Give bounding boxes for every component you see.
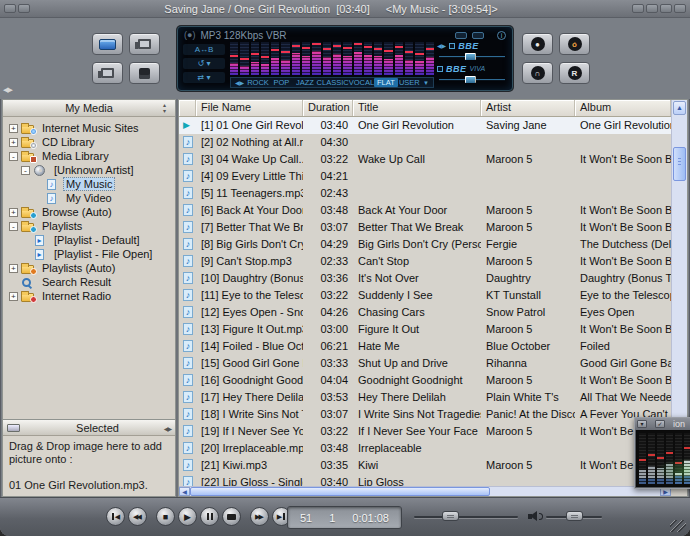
playlist-row[interactable]: ♪[15] Good Girl Gone B...03:33Shut Up an…: [179, 355, 671, 372]
column-header-album[interactable]: Album: [575, 100, 671, 116]
skin-window-button[interactable]: [92, 62, 123, 84]
column-header-duration[interactable]: Duration: [303, 100, 353, 116]
panel-collapse-handle[interactable]: ◀▶: [3, 86, 12, 94]
volume-slider-thumb[interactable]: [566, 511, 583, 521]
vertical-scroll-thumb[interactable]: [673, 147, 686, 181]
sound-effects-button[interactable]: ●: [522, 33, 553, 55]
horizontal-scrollbar[interactable]: ◀ ▶: [179, 486, 671, 496]
seek-slider-thumb[interactable]: [442, 511, 459, 521]
video-window-button[interactable]: [129, 33, 160, 55]
playlist-row[interactable]: ♪[19] If I Never See Yo...03:22If I Neve…: [179, 423, 671, 440]
titlebar[interactable]: Saving Jane / One Girl Revolution [03:40…: [0, 0, 690, 18]
sidebar-item[interactable]: -Media Library: [3, 149, 175, 163]
eq-preset-flat[interactable]: FLAT: [374, 78, 397, 87]
column-header-icon[interactable]: [179, 100, 196, 116]
mode-switch-button[interactable]: [660, 4, 672, 13]
sidebar-item[interactable]: -[Unknown Artist]: [3, 163, 175, 177]
panel-spinner-icon[interactable]: ▴▾: [163, 102, 172, 114]
playlist-row[interactable]: ♪[13] Figure It Out.mp303:00Figure It Ou…: [179, 321, 671, 338]
eq-preset-user[interactable]: USER: [398, 78, 421, 87]
output-mode-icon[interactable]: [472, 32, 484, 39]
speaker-mode-icon[interactable]: [455, 32, 467, 39]
expand-toggle-icon[interactable]: +: [9, 138, 18, 147]
playlist-view-button[interactable]: [92, 33, 123, 55]
record-button[interactable]: R: [559, 62, 590, 84]
playlist-row[interactable]: ♪[11] Eye to the Telesc...03:22Suddenly …: [179, 287, 671, 304]
playlist-row[interactable]: ♪[9] Can't Stop.mp302:33Can't StopMaroon…: [179, 253, 671, 270]
playlist-row[interactable]: ♪[20] Irreplaceable.mp303:48Irreplaceabl…: [179, 440, 671, 457]
eq-preset-vocal[interactable]: VOCAL: [349, 78, 374, 87]
playlist-row[interactable]: ♪[5] 11 Teenagers.mp302:43: [179, 185, 671, 202]
sidebar-item[interactable]: ♪My Video: [3, 191, 175, 205]
column-header-file-name[interactable]: File Name: [196, 100, 303, 116]
listen-button[interactable]: ∩: [522, 62, 553, 84]
fast-forward-button[interactable]: ▶▶: [250, 507, 269, 526]
bbe-slider[interactable]: [437, 52, 507, 61]
stop-button[interactable]: ■: [156, 507, 175, 526]
eq-preset-jazz[interactable]: JAZZ: [293, 78, 316, 87]
selected-panel-header[interactable]: Selected ◀▶: [3, 420, 175, 436]
sidebar-item[interactable]: +Internet Music Sites: [3, 121, 175, 135]
drag-drop-area[interactable]: Drag & Drop image here to add picture on…: [3, 436, 175, 496]
eq-preset-rock[interactable]: ROCK: [246, 78, 269, 87]
sidebar-item[interactable]: +Browse (Auto): [3, 205, 175, 219]
playlist-row[interactable]: ♪[14] Foiled - Blue Octo...06:21Hate MeB…: [179, 338, 671, 355]
expand-toggle-icon[interactable]: -: [21, 166, 30, 175]
playlist-row[interactable]: ▶[1] 01 One Girl Revolu...03:40One Girl …: [179, 117, 671, 134]
rewind-button[interactable]: ◀◀: [128, 507, 147, 526]
media-tree-header[interactable]: My Media ▴▾: [3, 100, 175, 117]
bbe-viva-slider[interactable]: [437, 75, 507, 84]
bbe-toggle-arrows-icon[interactable]: ◀▶: [437, 42, 446, 49]
playlist-row[interactable]: ♪[12] Eyes Open - Sno...04:26Chasing Car…: [179, 304, 671, 321]
sidebar-item[interactable]: +Internet Radio: [3, 289, 175, 303]
playlist-row[interactable]: ♪[6] Back At Your Door...03:48Back At Yo…: [179, 202, 671, 219]
expand-toggle-icon[interactable]: -: [9, 222, 18, 231]
playlist-row[interactable]: ♪[3] 04 Wake Up Call...03:22Wake Up Call…: [179, 151, 671, 168]
volume-slider[interactable]: [546, 507, 602, 526]
horizontal-scroll-thumb[interactable]: [190, 487, 490, 496]
column-header-artist[interactable]: Artist: [481, 100, 575, 116]
repeat-mode-button[interactable]: ↺ ▾: [183, 58, 225, 69]
preset-dropdown-icon[interactable]: ▼: [421, 80, 431, 86]
sidebar-item[interactable]: ▸[Playlist - Default]: [3, 233, 175, 247]
previous-button[interactable]: ◀: [106, 507, 125, 526]
device-button[interactable]: [129, 62, 160, 84]
restore-button[interactable]: [646, 4, 658, 13]
playlist-row[interactable]: ♪[16] Goodnight Goodn...04:04Goodnight G…: [179, 372, 671, 389]
sidebar-item[interactable]: ♪My Music: [3, 177, 175, 191]
playlist-row[interactable]: ♪[21] Kiwi.mp303:35KiwiMaroon 5It Won't …: [179, 457, 671, 474]
sidebar-item[interactable]: -Playlists: [3, 219, 175, 233]
mini-spectrum-window[interactable]: ▾ ✓ ion [03:40] <My Music - [3:09:54]> x: [634, 417, 690, 489]
app-options-icon[interactable]: [18, 4, 30, 13]
mini-window-titlebar[interactable]: ▾ ✓ ion [03:40] <My Music - [3:09:54]> x: [635, 418, 690, 430]
playlist-row[interactable]: ♪[10] Daughtry (Bonus ...03:36It's Not O…: [179, 270, 671, 287]
resize-grip[interactable]: [670, 520, 686, 532]
volume-icon[interactable]: [528, 511, 542, 522]
playlist-row[interactable]: ♪[22] Lip Gloss - Single ...03:40Lip Glo…: [179, 474, 671, 486]
seek-slider[interactable]: [414, 507, 518, 526]
app-menu-icon[interactable]: [4, 4, 16, 13]
info-icon[interactable]: i: [497, 31, 506, 40]
expand-toggle-icon[interactable]: +: [9, 208, 18, 217]
playlist-row[interactable]: ♪[18] I Write Sins Not T...03:07I Write …: [179, 406, 671, 423]
expand-toggle-icon[interactable]: +: [9, 264, 18, 273]
mini-menu-icon[interactable]: ▾: [637, 420, 647, 428]
minimize-button[interactable]: [632, 4, 644, 13]
preset-prev-icon[interactable]: ◀▶: [233, 79, 246, 86]
playlist-row[interactable]: ♪[4] 09 Every Little Thi...04:21: [179, 168, 671, 185]
pause-button[interactable]: [200, 507, 219, 526]
sidebar-item[interactable]: +CD Library: [3, 135, 175, 149]
sidebar-item[interactable]: ▸[Playlist - File Open]: [3, 247, 175, 261]
scroll-left-icon[interactable]: ◀: [179, 487, 190, 496]
open-file-button[interactable]: [222, 507, 241, 526]
play-button[interactable]: ▶: [178, 507, 197, 526]
playlist-row[interactable]: ♪[17] Hey There Delila...03:53Hey There …: [179, 389, 671, 406]
panel-arrows-icon[interactable]: ◀▶: [164, 425, 171, 432]
sidebar-item[interactable]: +Playlists (Auto): [3, 261, 175, 275]
playlist-row[interactable]: ♪[2] 02 Nothing at All.m...04:30: [179, 134, 671, 151]
shuffle-mode-button[interactable]: ⇄ ▾: [183, 72, 225, 83]
ab-repeat-button[interactable]: A↔B: [183, 44, 225, 55]
burn-button[interactable]: ó: [559, 33, 590, 55]
playlist-row[interactable]: ♪[7] Better That We Br...03:07Better Tha…: [179, 219, 671, 236]
mini-pin-icon[interactable]: ✓: [655, 420, 665, 428]
